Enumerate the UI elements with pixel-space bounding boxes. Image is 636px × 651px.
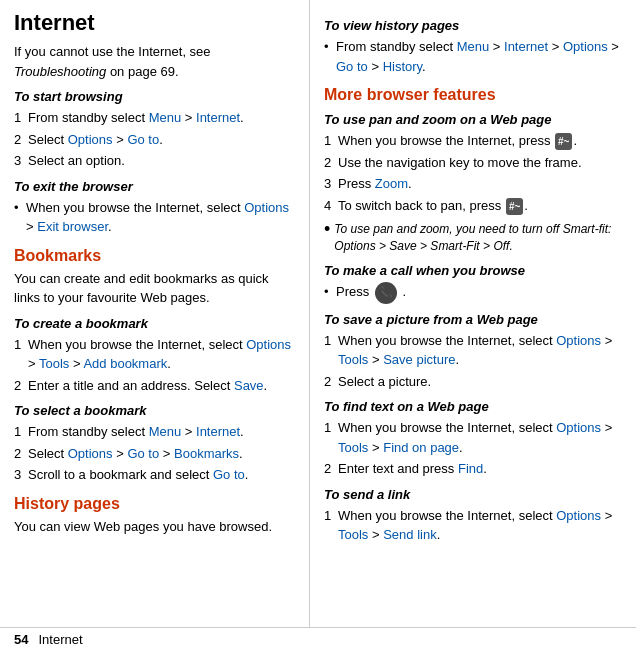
subsection-select-bookmark: To select a bookmark — [14, 403, 297, 418]
list-item: 1 When you browse the Internet, select O… — [14, 335, 297, 374]
page-number: 54 — [14, 632, 28, 647]
subsection-save-picture: To save a picture from a Web page — [324, 312, 624, 327]
history-pages-intro: You can view Web pages you have browsed. — [14, 517, 297, 537]
footer-bar: 54 Internet — [0, 627, 636, 651]
subsection-send-link: To send a link — [324, 487, 624, 502]
list-item: 1 When you browse the Internet, select O… — [324, 506, 624, 545]
list-item: 1 When you browse the Internet, select O… — [324, 418, 624, 457]
list-item: 2 Select Options > Go to > Bookmarks. — [14, 444, 297, 464]
list-item: 1 When you browse the Internet, press #~… — [324, 131, 624, 151]
pan-zoom-list: 1 When you browse the Internet, press #~… — [324, 131, 624, 215]
call-icon: 📞 — [375, 282, 397, 304]
list-item: 1 From standby select Menu > Internet. — [14, 422, 297, 442]
list-item: 1 From standby select Menu > Internet. — [14, 108, 297, 128]
page-title: Internet — [14, 10, 297, 36]
list-item: 3 Press Zoom. — [324, 174, 624, 194]
bookmarks-intro: You can create and edit bookmarks as qui… — [14, 269, 297, 308]
section-bookmarks: Bookmarks — [14, 247, 297, 265]
subsection-exit-browser: To exit the browser — [14, 179, 297, 194]
save-picture-list: 1 When you browse the Internet, select O… — [324, 331, 624, 392]
subsection-view-history: To view history pages — [324, 18, 624, 33]
section-more-features: More browser features — [324, 86, 624, 104]
content-area: Internet If you cannot use the Internet,… — [0, 0, 636, 627]
subsection-pan-zoom: To use pan and zoom on a Web page — [324, 112, 624, 127]
note-text: To use pan and zoom, you need to turn of… — [334, 221, 624, 255]
note-pan-zoom: • To use pan and zoom, you need to turn … — [324, 221, 624, 255]
list-item: From standby select Menu > Internet > Op… — [324, 37, 624, 76]
hash-icon-2: #~ — [506, 198, 523, 215]
list-item: 2 Select a picture. — [324, 372, 624, 392]
list-item: 4 To switch back to pan, press #~. — [324, 196, 624, 216]
list-item: 2 Select Options > Go to. — [14, 130, 297, 150]
left-column: Internet If you cannot use the Internet,… — [0, 0, 310, 627]
start-browsing-list: 1 From standby select Menu > Internet. 2… — [14, 108, 297, 171]
subsection-find-text: To find text on a Web page — [324, 399, 624, 414]
subsection-make-call: To make a call when you browse — [324, 263, 624, 278]
list-item: 2 Use the navigation key to move the fra… — [324, 153, 624, 173]
right-column: To view history pages From standby selec… — [310, 0, 636, 627]
exit-browser-list: When you browse the Internet, select Opt… — [14, 198, 297, 237]
list-item: Press 📞 . — [324, 282, 624, 304]
note-dot-icon: • — [324, 220, 330, 238]
list-item: 2 Enter a title and an address. Select S… — [14, 376, 297, 396]
subsection-create-bookmark: To create a bookmark — [14, 316, 297, 331]
send-link-list: 1 When you browse the Internet, select O… — [324, 506, 624, 545]
hash-icon: #~ — [555, 133, 572, 150]
section-history-pages: History pages — [14, 495, 297, 513]
subsection-start-browsing: To start browsing — [14, 89, 297, 104]
create-bookmark-list: 1 When you browse the Internet, select O… — [14, 335, 297, 396]
view-history-list: From standby select Menu > Internet > Op… — [324, 37, 624, 76]
intro-text: If you cannot use the Internet, see Trou… — [14, 42, 297, 81]
full-page: Internet If you cannot use the Internet,… — [0, 0, 636, 651]
list-item: 3 Select an option. — [14, 151, 297, 171]
list-item: 1 When you browse the Internet, select O… — [324, 331, 624, 370]
find-text-list: 1 When you browse the Internet, select O… — [324, 418, 624, 479]
footer-title: Internet — [38, 632, 82, 647]
list-item: When you browse the Internet, select Opt… — [14, 198, 297, 237]
list-item: 3 Scroll to a bookmark and select Go to. — [14, 465, 297, 485]
make-call-list: Press 📞 . — [324, 282, 624, 304]
list-item: 2 Enter text and press Find. — [324, 459, 624, 479]
select-bookmark-list: 1 From standby select Menu > Internet. 2… — [14, 422, 297, 485]
